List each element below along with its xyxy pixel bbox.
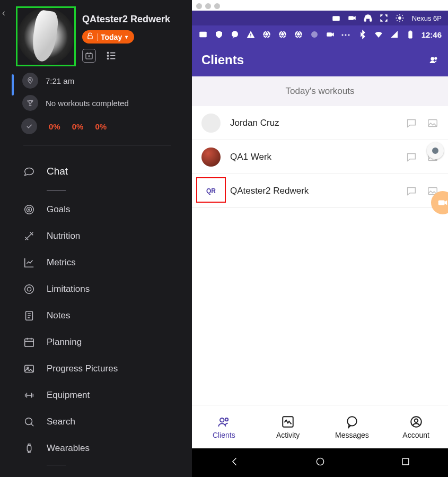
gear-icon[interactable] <box>395 13 405 23</box>
camera-icon[interactable] <box>331 13 341 23</box>
svg-point-45 <box>414 419 418 422</box>
svg-rect-25 <box>199 32 207 38</box>
divider-short-2 <box>47 465 66 466</box>
svg-point-7 <box>27 207 31 212</box>
calendar-plus-icon[interactable] <box>82 49 96 63</box>
traffic-min[interactable] <box>205 3 211 9</box>
svg-point-10 <box>27 287 31 291</box>
nav-wearables[interactable]: Wearables <box>23 435 192 462</box>
completion-pct-3: 0% <box>95 122 107 131</box>
tab-label: Account <box>402 431 429 439</box>
svg-point-9 <box>25 284 34 293</box>
svg-rect-47 <box>402 458 409 465</box>
aperture-icon-2 <box>278 30 287 39</box>
assistive-dot[interactable] <box>427 142 444 159</box>
nav-notes-label: Notes <box>47 310 70 321</box>
comment-icon[interactable] <box>406 185 417 197</box>
nav-search[interactable]: Search <box>23 409 192 435</box>
svg-point-46 <box>317 458 323 465</box>
svg-rect-32 <box>327 32 332 37</box>
android-nav-bar <box>192 448 448 477</box>
device-name: Nexus 6P <box>412 14 442 22</box>
tab-activity[interactable]: Activity <box>256 405 320 448</box>
svg-rect-21 <box>348 16 354 20</box>
today-badge[interactable]: Today ▾ <box>82 30 134 44</box>
mac-traffic-lights <box>196 3 220 9</box>
client-row[interactable]: Jordan Cruz <box>192 106 448 140</box>
calendar-icon <box>23 336 35 348</box>
client-row[interactable]: QR QAtester2 Redwerk <box>192 174 448 208</box>
avatar[interactable] <box>17 8 74 65</box>
nav-notes[interactable]: Notes <box>23 302 192 329</box>
comment-icon[interactable] <box>406 151 417 163</box>
active-indicator <box>12 74 14 96</box>
nav-limitations[interactable]: Limitations <box>23 276 192 302</box>
svg-rect-16 <box>27 445 31 451</box>
traffic-max[interactable] <box>214 3 220 9</box>
nav-progress-label: Progress Pictures <box>47 363 118 374</box>
divider-short <box>47 190 66 191</box>
svg-point-3 <box>107 55 108 56</box>
back-arrow[interactable]: ‹ <box>2 7 10 18</box>
nav-limitations-label: Limitations <box>47 284 90 294</box>
people-icon[interactable] <box>429 55 438 65</box>
svg-point-30 <box>295 31 302 38</box>
svg-point-41 <box>225 418 228 420</box>
nav-settings[interactable]: Settings <box>23 471 192 477</box>
nav-chat[interactable]: Chat <box>23 156 192 187</box>
nav-metrics[interactable]: Metrics <box>23 249 192 276</box>
completion-pct-2: 0% <box>72 122 84 131</box>
wifi-icon <box>374 30 383 39</box>
nav-recent[interactable] <box>400 456 411 469</box>
comment-icon[interactable] <box>406 117 417 129</box>
traffic-close[interactable] <box>196 3 202 9</box>
tab-label: Activity <box>276 431 300 439</box>
svg-point-15 <box>25 418 32 424</box>
appbar-title: Clients <box>201 53 244 67</box>
nav-goals[interactable]: Goals <box>23 196 192 223</box>
float-camera-button[interactable] <box>431 191 448 214</box>
nav-back[interactable] <box>230 456 240 469</box>
workouts-row: No workouts completed <box>22 95 192 111</box>
svg-rect-36 <box>438 200 445 205</box>
svg-point-31 <box>311 31 318 38</box>
tab-clients[interactable]: Clients <box>192 405 256 448</box>
avatar-highlight <box>16 6 76 66</box>
location-pin-icon <box>22 73 38 89</box>
picture-icon[interactable] <box>427 117 438 129</box>
time-row: 7:21 am <box>22 73 192 89</box>
fullscreen-icon[interactable] <box>379 13 389 23</box>
nav-home[interactable] <box>315 456 326 469</box>
clock-text: 12:46 <box>421 30 442 39</box>
watch-icon <box>23 443 35 454</box>
client-row[interactable]: QA1 Werk <box>192 140 448 174</box>
client-list: Jordan Cruz QA1 Werk QR QAtester2 Redwer… <box>192 106 448 405</box>
videocam-icon <box>326 30 335 39</box>
nav: Chat Goals Nutrition Metrics Limitations… <box>0 145 192 477</box>
nav-planning[interactable]: Planning <box>23 329 192 355</box>
chat-icon <box>23 166 35 177</box>
nav-nutrition-label: Nutrition <box>47 231 80 241</box>
completion-pct-1: 0% <box>49 122 60 131</box>
more-icon: ⋯ <box>341 30 351 39</box>
bluetooth-icon <box>358 30 367 39</box>
highlight-box <box>196 177 226 203</box>
utensils-icon <box>23 230 35 242</box>
nav-nutrition[interactable]: Nutrition <box>23 223 192 249</box>
nav-planning-label: Planning <box>47 337 82 348</box>
tab-account[interactable]: Account <box>384 405 448 448</box>
video-icon[interactable] <box>347 13 357 23</box>
trophy-icon <box>22 95 38 111</box>
nav-equipment[interactable]: Equipment <box>23 382 192 409</box>
svg-point-27 <box>250 37 251 38</box>
headphones-icon[interactable] <box>363 13 373 23</box>
nav-progress-pictures[interactable]: Progress Pictures <box>23 355 192 382</box>
svg-point-20 <box>335 18 337 20</box>
svg-point-26 <box>232 31 238 37</box>
svg-point-6 <box>25 205 34 214</box>
avatar <box>201 148 221 167</box>
list-icon[interactable] <box>104 49 118 63</box>
messenger-icon <box>230 30 240 39</box>
tab-messages[interactable]: Messages <box>320 405 384 448</box>
svg-point-5 <box>30 79 31 81</box>
